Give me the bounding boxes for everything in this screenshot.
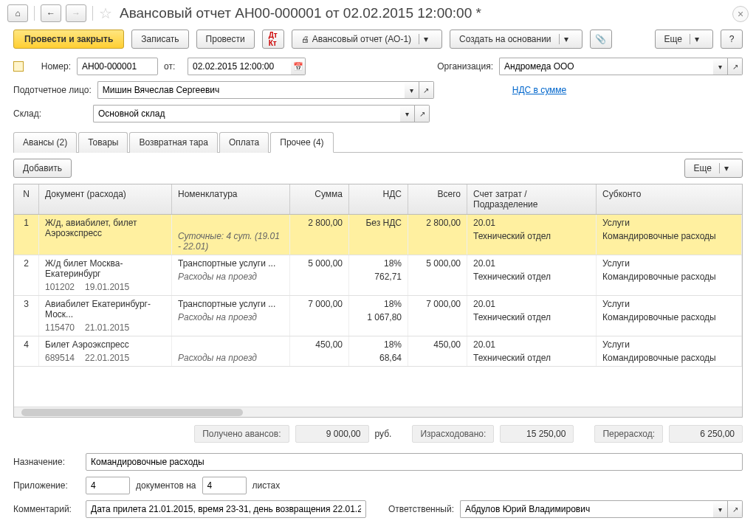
attach-sheets-field[interactable]	[202, 477, 247, 494]
open-button[interactable]: ↗	[728, 58, 743, 75]
col-total-header[interactable]: Всего	[408, 184, 467, 214]
home-button[interactable]: ⌂	[7, 4, 28, 22]
cell-account: 20.01Технический отдел	[467, 255, 597, 295]
calendar-button[interactable]	[291, 58, 306, 75]
col-subconto-header[interactable]: Субконто	[597, 184, 742, 214]
cell-account: 20.01Технический отдел	[467, 336, 597, 366]
open-button[interactable]: ↗	[419, 81, 434, 99]
cell-vat: 18%762,71	[349, 255, 408, 295]
cell-total: 7 000,00	[408, 296, 467, 336]
tab-other[interactable]: Прочее (4)	[270, 132, 333, 153]
from-label: от:	[164, 61, 182, 72]
cell-vat: Без НДС	[349, 215, 408, 255]
cell-sum: 450,00	[290, 336, 349, 366]
printer-icon	[301, 34, 309, 44]
warehouse-label: Склад:	[13, 108, 87, 119]
tab-goods[interactable]: Товары	[78, 132, 128, 153]
col-nom-header[interactable]: Номенклатура	[172, 184, 290, 214]
warehouse-field[interactable]	[93, 105, 400, 122]
dropdown-button[interactable]: ▾	[713, 58, 728, 75]
cell-nom: Расходы на проезд	[172, 336, 290, 366]
create-based-button[interactable]: Создать на основании ▾	[450, 30, 583, 49]
back-button[interactable]: ←	[41, 4, 61, 22]
vat-mode-link[interactable]: НДС в сумме	[512, 85, 567, 95]
attach-label: Приложение:	[13, 480, 80, 491]
chevron-down-icon: ▾	[559, 34, 573, 44]
cell-n: 1	[14, 215, 39, 255]
print-label: Авансовый отчет (АО-1)	[312, 34, 411, 44]
files-button[interactable]: 📎	[590, 30, 612, 49]
add-row-button[interactable]: Добавить	[13, 159, 72, 178]
cell-sum: 2 800,00	[290, 215, 349, 255]
cell-nom: Транспортные услуги ...Расходы на проезд	[172, 255, 290, 295]
separator	[92, 6, 93, 21]
cell-vat: 18%68,64	[349, 336, 408, 366]
col-account-header[interactable]: Счет затрат / Подразделение	[467, 184, 597, 214]
col-sum-header[interactable]: Сумма	[290, 184, 349, 214]
cell-account: 20.01Технический отдел	[467, 215, 597, 255]
cell-sum: 5 000,00	[290, 255, 349, 295]
dropdown-button[interactable]: ▾	[713, 500, 728, 518]
organization-field[interactable]	[499, 58, 713, 75]
forward-button[interactable]: →	[66, 4, 86, 22]
dropdown-button[interactable]: ▾	[400, 105, 415, 122]
cell-nom: Суточные: 4 сут. (19.01 - 22.01)	[172, 215, 290, 255]
chevron-down-icon: ▾	[719, 163, 733, 173]
dt-kt-button[interactable]: ДтКт	[262, 30, 284, 49]
grid-more-button[interactable]: Еще ▾	[684, 159, 743, 178]
date-field[interactable]	[188, 58, 291, 75]
cell-total: 5 000,00	[408, 255, 467, 295]
help-button[interactable]: ?	[721, 30, 743, 49]
org-label: Организация:	[437, 61, 493, 72]
received-value: 9 000,00	[295, 425, 369, 443]
more-button[interactable]: Еще ▾	[655, 30, 713, 49]
currency-label: руб.	[375, 429, 392, 439]
cell-subconto: УслугиКомандировочные расходы	[597, 336, 742, 366]
number-label: Номер:	[30, 61, 71, 72]
tab-payment[interactable]: Оплата	[219, 132, 269, 153]
cell-subconto: УслугиКомандировочные расходы	[597, 215, 742, 255]
col-vat-header[interactable]: НДС	[349, 184, 408, 214]
more-label: Еще	[664, 34, 682, 44]
received-label: Получено авансов:	[194, 425, 289, 443]
purpose-field[interactable]	[86, 453, 743, 471]
comment-field[interactable]	[86, 500, 366, 518]
over-value: 6 250,00	[669, 425, 743, 443]
table-row[interactable]: 3Авиабилет Екатеринбург-Моск...11547021.…	[14, 296, 742, 336]
favorite-icon[interactable]: ☆	[99, 4, 112, 22]
col-n-header[interactable]: N	[14, 184, 39, 214]
document-icon	[13, 61, 24, 72]
table-row[interactable]: 2Ж/д билет Москва-Екатеринбург10120219.0…	[14, 255, 742, 296]
close-button[interactable]: ×	[732, 6, 749, 22]
over-label: Перерасход:	[594, 425, 663, 443]
expenses-grid: N Документ (расхода) Номенклатура Сумма …	[13, 184, 743, 418]
post-button[interactable]: Провести	[196, 30, 255, 49]
attach-end-label: листах	[252, 480, 281, 491]
tab-returnable[interactable]: Возвратная тара	[129, 132, 218, 153]
attach-docs-field[interactable]	[86, 477, 130, 494]
cell-vat: 18%1 067,80	[349, 296, 408, 336]
horizontal-scrollbar[interactable]	[14, 407, 742, 417]
table-row[interactable]: 1Ж/д, авиабилет, билет АэроэкспрессСуточ…	[14, 215, 742, 255]
cell-total: 450,00	[408, 336, 467, 366]
cell-doc: Авиабилет Екатеринбург-Моск...11547021.0…	[39, 296, 172, 336]
post-and-close-button[interactable]: Провести и закрыть	[13, 30, 124, 49]
responsible-field[interactable]	[460, 500, 713, 518]
open-button[interactable]: ↗	[415, 105, 430, 122]
dropdown-button[interactable]: ▾	[405, 81, 419, 99]
col-doc-header[interactable]: Документ (расхода)	[39, 184, 172, 214]
scrollbar-thumb[interactable]	[21, 409, 243, 416]
person-field[interactable]	[97, 81, 405, 99]
page-title: Авансовый отчет АН00-000001 от 02.02.201…	[120, 5, 481, 21]
open-button[interactable]: ↗	[728, 500, 743, 518]
tab-advances[interactable]: Авансы (2)	[13, 132, 77, 153]
save-button[interactable]: Записать	[131, 30, 188, 49]
cell-total: 2 800,00	[408, 215, 467, 255]
table-row[interactable]: 4Билет Аэроэкспресс68951422.01.2015Расхо…	[14, 336, 742, 367]
print-button[interactable]: Авансовый отчет (АО-1) ▾	[292, 30, 442, 49]
person-label: Подотчетное лицо:	[13, 85, 92, 95]
spent-label: Израсходовано:	[412, 425, 494, 443]
comment-label: Комментарий:	[13, 504, 80, 514]
cell-n: 4	[14, 336, 39, 366]
number-field[interactable]	[77, 58, 158, 75]
